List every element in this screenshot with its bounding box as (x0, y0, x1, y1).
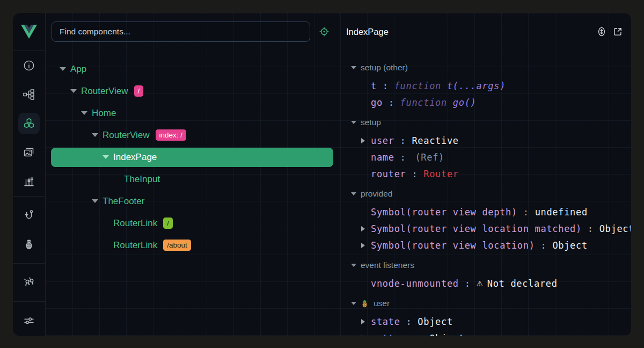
key-value-separator: : (582, 223, 599, 234)
property-value: (Ref) (415, 152, 444, 163)
sidebar-item-settings[interactable] (13, 306, 45, 335)
property-row[interactable]: t : function t(...args) (340, 77, 631, 94)
property-row[interactable]: router : Router (340, 165, 631, 182)
sidebar-item-pinia[interactable] (13, 230, 45, 259)
component-tree: AppRouterView/HomeRouterViewindex: /Inde… (46, 58, 340, 256)
tree-row-thefooter[interactable]: TheFooter (46, 190, 340, 212)
key-value-separator: : (394, 152, 412, 163)
component-name: TheInput (124, 174, 160, 185)
component-name: IndexPage (113, 152, 157, 163)
vue-logo (13, 13, 45, 51)
toggle-expand-icon[interactable] (92, 133, 98, 137)
search-input[interactable] (58, 26, 303, 37)
sidebar-item-timeline[interactable] (13, 167, 45, 196)
tree-row-theinput[interactable]: TheInput (46, 168, 340, 190)
toggle-expand-icon[interactable] (60, 67, 66, 71)
scroll-to-component-button[interactable] (594, 25, 610, 39)
key-value-separator: : (394, 135, 412, 146)
section-title: provided (361, 189, 392, 199)
collapse-section-icon[interactable] (351, 302, 356, 305)
search-box[interactable] (52, 21, 310, 42)
section-header[interactable]: setup (other) (340, 58, 631, 77)
inspector-section: event listenersvnode-unmounted : ⚠Not de… (340, 256, 631, 292)
property-value: Router (423, 169, 459, 179)
open-in-editor-button[interactable] (610, 25, 626, 39)
property-key: state (371, 316, 400, 327)
property-row[interactable]: vnode-unmounted : ⚠Not declared (340, 275, 631, 292)
property-row[interactable]: go : function go() (340, 94, 631, 111)
key-value-separator: : (377, 81, 394, 91)
tree-row-routerview[interactable]: RouterViewindex: / (46, 124, 340, 146)
inspector-section: providedSymbol(router view depth) : unde… (340, 184, 631, 253)
sidebar-item-components-tree[interactable] (13, 80, 45, 109)
tree-row-routerview[interactable]: RouterView/ (46, 80, 340, 102)
property-row[interactable]: Symbol(router view location matched) : O… (340, 220, 631, 237)
section-header[interactable]: setup (340, 113, 631, 132)
section-header[interactable]: event listeners (340, 256, 631, 275)
component-tree-panel: AppRouterView/HomeRouterViewindex: /Inde… (46, 13, 340, 336)
property-key: name (371, 152, 394, 163)
key-value-separator: : (535, 240, 553, 251)
sidebar-item-overview[interactable] (13, 51, 45, 80)
property-key: t (371, 81, 377, 91)
property-row[interactable]: getters : Object (340, 330, 631, 336)
expand-property-icon[interactable] (361, 226, 365, 231)
component-name: RouterView (103, 130, 150, 141)
collapse-section-icon[interactable] (351, 121, 356, 124)
expand-property-icon[interactable] (361, 138, 365, 143)
pinia-pineapple-icon (360, 299, 369, 308)
inspector-section: userstate : Objectgetters : Object (340, 294, 631, 336)
toggle-expand-icon[interactable] (103, 155, 109, 159)
expand-property-icon[interactable] (361, 243, 365, 248)
pineapple-icon (23, 238, 35, 251)
inspector-header: IndexPage (340, 13, 631, 58)
key-value-separator: : (412, 333, 429, 337)
property-row[interactable]: state : Object (340, 313, 631, 330)
toggle-expand-icon[interactable] (81, 111, 87, 115)
open-in-editor-icon (612, 26, 624, 38)
property-row[interactable]: Symbol(router view location) : Object (340, 237, 631, 253)
property-value: Object (429, 333, 465, 337)
inspect-component-target-icon (318, 26, 330, 38)
section-header[interactable]: provided (340, 184, 631, 204)
component-name: Home (92, 108, 116, 119)
inspector-section: setupuser : Reactivename : (Ref)router :… (340, 113, 631, 182)
tree-row-home[interactable]: Home (46, 102, 340, 124)
property-row[interactable]: user : Reactive (340, 132, 631, 149)
tree-row-routerlink[interactable]: RouterLink/about (46, 234, 340, 256)
collapse-section-icon[interactable] (351, 66, 356, 69)
property-value: Object (418, 316, 453, 327)
collapse-section-icon[interactable] (351, 264, 356, 267)
property-value: t(...args) (447, 81, 506, 91)
toggle-expand-icon[interactable] (92, 199, 98, 203)
sidebar-item-graph[interactable] (13, 268, 45, 297)
property-row[interactable]: name : (Ref) (340, 149, 631, 165)
route-badge: / (163, 218, 173, 229)
property-key: Symbol(router view depth) (371, 207, 517, 218)
expand-property-icon[interactable] (361, 336, 365, 337)
tree-row-app[interactable]: App (46, 58, 340, 80)
expand-property-icon[interactable] (361, 319, 365, 324)
key-value-separator: : (400, 316, 418, 327)
sidebar-item-components[interactable] (13, 109, 45, 138)
tree-row-routerlink[interactable]: RouterLink/ (46, 212, 340, 234)
property-value: function (394, 81, 447, 91)
node-graph-icon (23, 276, 35, 289)
property-key: vnode-unmounted (371, 278, 459, 289)
toggle-expand-icon[interactable] (70, 89, 77, 93)
key-value-separator: : (459, 278, 477, 289)
property-row[interactable]: Symbol(router view depth) : undefined (340, 204, 631, 220)
property-key: router (371, 169, 406, 179)
tree-row-indexpage[interactable]: IndexPage (46, 146, 340, 168)
levels-icon (23, 175, 35, 188)
sidebar-item-router[interactable] (13, 201, 45, 230)
property-value: Object (599, 223, 631, 234)
hexagon-cluster-icon (23, 117, 35, 130)
collapse-section-icon[interactable] (351, 192, 356, 195)
sidebar-item-assets[interactable] (13, 138, 45, 167)
sidebar (13, 13, 46, 336)
section-header[interactable]: user (340, 294, 631, 313)
section-title: setup (361, 118, 381, 127)
hook-route-icon (23, 209, 35, 222)
inspect-component-button[interactable] (318, 25, 331, 38)
